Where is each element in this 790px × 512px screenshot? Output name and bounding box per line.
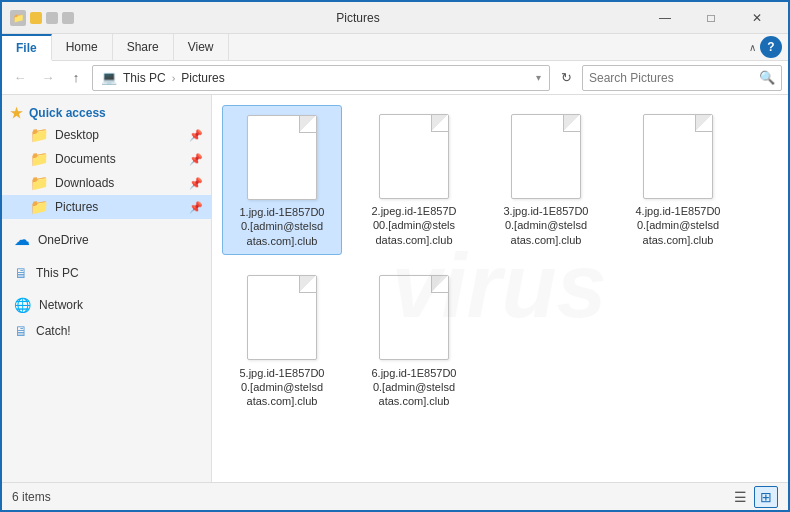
grid-view-button[interactable]: ⊞: [754, 486, 778, 508]
back-button[interactable]: ←: [8, 66, 32, 90]
file-item-3[interactable]: 3.jpg.id-1E857D00.[admin@stelsdatas.com]…: [486, 105, 606, 255]
folder-icon-downloads: 📁: [30, 174, 49, 192]
sidebar-item-pictures[interactable]: 📁 Pictures 📌: [2, 195, 211, 219]
sidebar-item-this-pc[interactable]: 🖥 This PC: [2, 260, 211, 286]
view-toggle: ☰ ⊞: [728, 486, 778, 508]
file-icon-1: [242, 112, 322, 202]
path-this-pc: This PC: [123, 71, 166, 85]
pin-icon-documents: 📌: [189, 153, 203, 166]
pin-icon-downloads: 📌: [189, 177, 203, 190]
refresh-button[interactable]: ↻: [554, 66, 578, 90]
file-page-4: [643, 114, 713, 199]
pin-icon-desktop: 📌: [189, 129, 203, 142]
path-sep-1: ›: [172, 72, 176, 84]
star-icon: ★: [10, 105, 23, 121]
folder-icon-desktop: 📁: [30, 126, 49, 144]
sidebar-label-onedrive: OneDrive: [38, 233, 89, 247]
ribbon-help: ∧ ?: [749, 34, 788, 60]
main-content: ★ Quick access 📁 Desktop 📌 📁 Documents 📌…: [2, 95, 788, 487]
ribbon: File Home Share View ∧ ?: [2, 34, 788, 61]
close-button[interactable]: ✕: [734, 2, 780, 34]
file-area: 1.jpg.id-1E857D00.[admin@stelsdatas.com]…: [212, 95, 788, 487]
sidebar-item-onedrive[interactable]: ☁ OneDrive: [2, 225, 211, 254]
file-icon-3: [506, 111, 586, 201]
file-item-1[interactable]: 1.jpg.id-1E857D00.[admin@stelsdatas.com]…: [222, 105, 342, 255]
sidebar-label-network: Network: [39, 298, 83, 312]
file-name-3: 3.jpg.id-1E857D00.[admin@stelsdatas.com]…: [503, 204, 588, 247]
file-item-2[interactable]: 2.jpeg.id-1E857D00.[admin@stelsdatas.com…: [354, 105, 474, 255]
file-name-1: 1.jpg.id-1E857D00.[admin@stelsdatas.com]…: [239, 205, 324, 248]
window-icon: 📁: [10, 10, 26, 26]
title-bar-icons: 📁: [10, 10, 74, 26]
file-page-1: [247, 115, 317, 200]
file-name-5: 5.jpg.id-1E857D00.[admin@stelsdatas.com]…: [239, 366, 324, 409]
sidebar-item-network[interactable]: 🌐 Network: [2, 292, 211, 318]
help-button[interactable]: ?: [760, 36, 782, 58]
path-computer-icon: 💻: [101, 70, 117, 85]
tab-share[interactable]: Share: [113, 34, 174, 60]
ribbon-expand-icon[interactable]: ∧: [749, 42, 756, 53]
file-icon-2: [374, 111, 454, 201]
title-bar-controls: — □ ✕: [642, 2, 780, 34]
file-item-5[interactable]: 5.jpg.id-1E857D00.[admin@stelsdatas.com]…: [222, 267, 342, 415]
file-icon-5: [242, 273, 322, 363]
path-dropdown-arrow[interactable]: ▾: [536, 72, 541, 83]
file-item-4[interactable]: 4.jpg.id-1E857D00.[admin@stelsdatas.com]…: [618, 105, 738, 255]
sidebar-label-documents: Documents: [55, 152, 116, 166]
sidebar-label-downloads: Downloads: [55, 176, 114, 190]
sidebar-label-this-pc: This PC: [36, 266, 79, 280]
file-page-5: [247, 275, 317, 360]
file-page-6: [379, 275, 449, 360]
address-bar: ← → ↑ 💻 This PC › Pictures ▾ ↻ 🔍: [2, 61, 788, 95]
sidebar-label-desktop: Desktop: [55, 128, 99, 142]
sidebar-item-documents[interactable]: 📁 Documents 📌: [2, 147, 211, 171]
path-pictures: Pictures: [181, 71, 224, 85]
quick-access-label: Quick access: [29, 106, 106, 120]
file-name-4: 4.jpg.id-1E857D00.[admin@stelsdatas.com]…: [635, 204, 720, 247]
list-view-button[interactable]: ☰: [728, 486, 752, 508]
title-bar: 📁 Pictures — □ ✕: [2, 2, 788, 34]
file-item-6[interactable]: 6.jpg.id-1E857D00.[admin@stelsdatas.com]…: [354, 267, 474, 415]
tab-view[interactable]: View: [174, 34, 229, 60]
this-pc-icon: 🖥: [14, 265, 28, 281]
forward-button[interactable]: →: [36, 66, 60, 90]
folder-icon-pictures: 📁: [30, 198, 49, 216]
file-page-3: [511, 114, 581, 199]
sidebar-label-pictures: Pictures: [55, 200, 98, 214]
onedrive-icon: ☁: [14, 230, 30, 249]
pin-icon-pictures: 📌: [189, 201, 203, 214]
file-name-6: 6.jpg.id-1E857D00.[admin@stelsdatas.com]…: [371, 366, 456, 409]
catch-icon: 🖥: [14, 323, 28, 339]
sidebar-item-desktop[interactable]: 📁 Desktop 📌: [2, 123, 211, 147]
quick-access-icon1: [30, 12, 42, 24]
window-title: Pictures: [74, 11, 642, 25]
file-icon-4: [638, 111, 718, 201]
files-grid: 1.jpg.id-1E857D00.[admin@stelsdatas.com]…: [222, 105, 778, 415]
file-name-2: 2.jpeg.id-1E857D00.[admin@stelsdatas.com…: [371, 204, 456, 247]
up-button[interactable]: ↑: [64, 66, 88, 90]
folder-icon-documents: 📁: [30, 150, 49, 168]
network-icon: 🌐: [14, 297, 31, 313]
sidebar: ★ Quick access 📁 Desktop 📌 📁 Documents 📌…: [2, 95, 212, 487]
search-input[interactable]: [589, 71, 755, 85]
search-box: 🔍: [582, 65, 782, 91]
status-item-count: 6 items: [12, 490, 51, 504]
file-icon-6: [374, 273, 454, 363]
address-path[interactable]: 💻 This PC › Pictures ▾: [92, 65, 550, 91]
tab-home[interactable]: Home: [52, 34, 113, 60]
maximize-button[interactable]: □: [688, 2, 734, 34]
sidebar-item-downloads[interactable]: 📁 Downloads 📌: [2, 171, 211, 195]
sidebar-item-catch[interactable]: 🖥 Catch!: [2, 318, 211, 344]
quick-access-icon2: [46, 12, 58, 24]
ribbon-tabs: File Home Share View ∧ ?: [2, 34, 788, 60]
sidebar-label-catch: Catch!: [36, 324, 71, 338]
search-icon[interactable]: 🔍: [759, 70, 775, 85]
status-bar: 6 items ☰ ⊞: [2, 482, 788, 510]
tab-file[interactable]: File: [2, 34, 52, 61]
file-page-2: [379, 114, 449, 199]
sidebar-quick-access[interactable]: ★ Quick access: [2, 101, 211, 123]
minimize-button[interactable]: —: [642, 2, 688, 34]
quick-access-icon3: [62, 12, 74, 24]
